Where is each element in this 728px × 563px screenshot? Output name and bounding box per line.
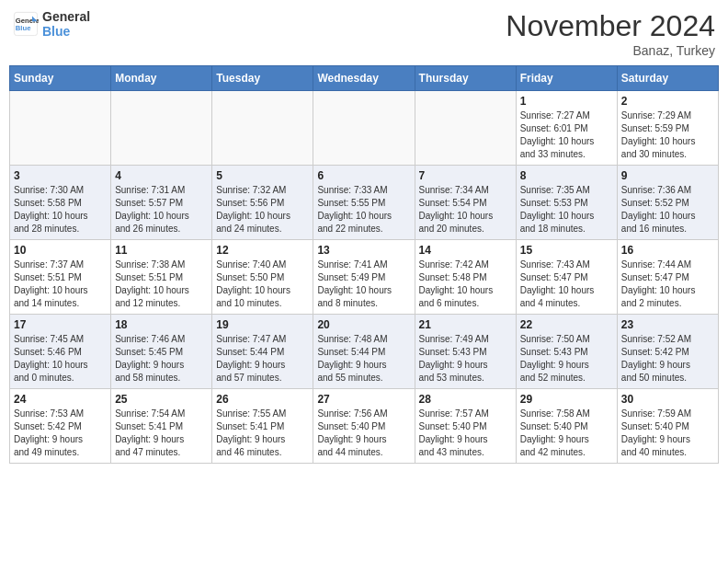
weekday-header: Saturday — [617, 66, 718, 91]
day-number: 10 — [14, 244, 107, 257]
calendar-cell: 30Sunrise: 7:59 AM Sunset: 5:40 PM Dayli… — [617, 389, 718, 464]
logo-line1: General — [42, 9, 90, 24]
day-info: Sunrise: 7:31 AM Sunset: 5:57 PM Dayligh… — [115, 184, 208, 236]
calendar-cell: 5Sunrise: 7:32 AM Sunset: 5:56 PM Daylig… — [212, 166, 313, 240]
day-info: Sunrise: 7:45 AM Sunset: 5:46 PM Dayligh… — [14, 333, 107, 385]
day-info: Sunrise: 7:29 AM Sunset: 5:59 PM Dayligh… — [621, 109, 714, 161]
day-number: 22 — [520, 318, 613, 331]
day-info: Sunrise: 7:47 AM Sunset: 5:44 PM Dayligh… — [216, 333, 309, 385]
calendar-cell: 9Sunrise: 7:36 AM Sunset: 5:52 PM Daylig… — [617, 166, 718, 240]
calendar-cell — [415, 91, 516, 166]
calendar-cell: 14Sunrise: 7:42 AM Sunset: 5:48 PM Dayli… — [415, 240, 516, 315]
calendar-cell: 15Sunrise: 7:43 AM Sunset: 5:47 PM Dayli… — [516, 240, 617, 315]
calendar-cell: 22Sunrise: 7:50 AM Sunset: 5:43 PM Dayli… — [516, 315, 617, 389]
calendar-cell: 29Sunrise: 7:58 AM Sunset: 5:40 PM Dayli… — [516, 389, 617, 464]
month-title: November 2024 — [506, 9, 715, 43]
calendar-cell: 28Sunrise: 7:57 AM Sunset: 5:40 PM Dayli… — [415, 389, 516, 464]
calendar-cell: 12Sunrise: 7:40 AM Sunset: 5:50 PM Dayli… — [212, 240, 313, 315]
day-number: 21 — [419, 318, 512, 331]
day-number: 12 — [216, 244, 309, 257]
day-number: 19 — [216, 318, 309, 331]
day-number: 23 — [621, 318, 714, 331]
day-number: 5 — [216, 169, 309, 182]
day-info: Sunrise: 7:58 AM Sunset: 5:40 PM Dayligh… — [520, 408, 613, 459]
day-number: 7 — [419, 169, 512, 182]
weekday-header-row: SundayMondayTuesdayWednesdayThursdayFrid… — [10, 66, 719, 91]
day-number: 14 — [419, 244, 512, 257]
calendar-cell: 19Sunrise: 7:47 AM Sunset: 5:44 PM Dayli… — [212, 315, 313, 389]
calendar-cell: 4Sunrise: 7:31 AM Sunset: 5:57 PM Daylig… — [111, 166, 212, 240]
logo: General Blue General Blue — [13, 9, 90, 39]
day-number: 29 — [520, 393, 613, 406]
calendar-cell: 8Sunrise: 7:35 AM Sunset: 5:53 PM Daylig… — [516, 166, 617, 240]
day-info: Sunrise: 7:32 AM Sunset: 5:56 PM Dayligh… — [216, 184, 309, 236]
calendar-cell: 27Sunrise: 7:56 AM Sunset: 5:40 PM Dayli… — [313, 389, 415, 464]
weekday-header: Wednesday — [313, 66, 415, 91]
calendar-week-row: 17Sunrise: 7:45 AM Sunset: 5:46 PM Dayli… — [10, 315, 719, 389]
day-number: 18 — [115, 318, 208, 331]
day-number: 28 — [419, 393, 512, 406]
day-number: 1 — [520, 95, 613, 108]
calendar-cell: 7Sunrise: 7:34 AM Sunset: 5:54 PM Daylig… — [415, 166, 516, 240]
day-info: Sunrise: 7:42 AM Sunset: 5:48 PM Dayligh… — [419, 259, 512, 310]
calendar-cell: 3Sunrise: 7:30 AM Sunset: 5:58 PM Daylig… — [10, 166, 111, 240]
day-number: 15 — [520, 244, 613, 257]
day-number: 6 — [317, 169, 410, 182]
day-number: 9 — [621, 169, 714, 182]
day-info: Sunrise: 7:38 AM Sunset: 5:51 PM Dayligh… — [115, 259, 208, 310]
day-info: Sunrise: 7:35 AM Sunset: 5:53 PM Dayligh… — [520, 184, 613, 236]
day-number: 2 — [621, 95, 714, 108]
day-info: Sunrise: 7:46 AM Sunset: 5:45 PM Dayligh… — [115, 333, 208, 385]
calendar-cell: 13Sunrise: 7:41 AM Sunset: 5:49 PM Dayli… — [313, 240, 415, 315]
calendar-cell — [10, 91, 111, 166]
calendar-cell — [212, 91, 313, 166]
calendar-cell: 24Sunrise: 7:53 AM Sunset: 5:42 PM Dayli… — [10, 389, 111, 464]
calendar-week-row: 24Sunrise: 7:53 AM Sunset: 5:42 PM Dayli… — [10, 389, 719, 464]
calendar-week-row: 3Sunrise: 7:30 AM Sunset: 5:58 PM Daylig… — [10, 166, 719, 240]
day-number: 13 — [317, 244, 410, 257]
day-info: Sunrise: 7:52 AM Sunset: 5:42 PM Dayligh… — [621, 333, 714, 385]
day-number: 25 — [115, 393, 208, 406]
logo-line2: Blue — [42, 24, 90, 39]
calendar-cell: 16Sunrise: 7:44 AM Sunset: 5:47 PM Dayli… — [617, 240, 718, 315]
calendar-cell: 11Sunrise: 7:38 AM Sunset: 5:51 PM Dayli… — [111, 240, 212, 315]
weekday-header: Tuesday — [212, 66, 313, 91]
calendar-cell: 10Sunrise: 7:37 AM Sunset: 5:51 PM Dayli… — [10, 240, 111, 315]
day-info: Sunrise: 7:57 AM Sunset: 5:40 PM Dayligh… — [419, 408, 512, 459]
day-info: Sunrise: 7:55 AM Sunset: 5:41 PM Dayligh… — [216, 408, 309, 459]
calendar-cell — [313, 91, 415, 166]
page-header: General Blue General Blue November 2024 … — [9, 9, 719, 58]
day-info: Sunrise: 7:27 AM Sunset: 6:01 PM Dayligh… — [520, 109, 613, 161]
day-info: Sunrise: 7:40 AM Sunset: 5:50 PM Dayligh… — [216, 259, 309, 310]
day-info: Sunrise: 7:48 AM Sunset: 5:44 PM Dayligh… — [317, 333, 410, 385]
calendar-cell: 2Sunrise: 7:29 AM Sunset: 5:59 PM Daylig… — [617, 91, 718, 166]
weekday-header: Monday — [111, 66, 212, 91]
day-info: Sunrise: 7:56 AM Sunset: 5:40 PM Dayligh… — [317, 408, 410, 459]
title-block: November 2024 Banaz, Turkey — [506, 9, 715, 58]
day-info: Sunrise: 7:41 AM Sunset: 5:49 PM Dayligh… — [317, 259, 410, 310]
calendar-cell: 26Sunrise: 7:55 AM Sunset: 5:41 PM Dayli… — [212, 389, 313, 464]
day-info: Sunrise: 7:30 AM Sunset: 5:58 PM Dayligh… — [14, 184, 107, 236]
calendar-cell: 23Sunrise: 7:52 AM Sunset: 5:42 PM Dayli… — [617, 315, 718, 389]
calendar-cell: 17Sunrise: 7:45 AM Sunset: 5:46 PM Dayli… — [10, 315, 111, 389]
day-info: Sunrise: 7:37 AM Sunset: 5:51 PM Dayligh… — [14, 259, 107, 310]
calendar-cell: 20Sunrise: 7:48 AM Sunset: 5:44 PM Dayli… — [313, 315, 415, 389]
day-number: 8 — [520, 169, 613, 182]
day-info: Sunrise: 7:53 AM Sunset: 5:42 PM Dayligh… — [14, 408, 107, 459]
weekday-header: Thursday — [415, 66, 516, 91]
day-number: 27 — [317, 393, 410, 406]
day-number: 16 — [621, 244, 714, 257]
day-number: 20 — [317, 318, 410, 331]
day-number: 3 — [14, 169, 107, 182]
day-number: 4 — [115, 169, 208, 182]
calendar-table: SundayMondayTuesdayWednesdayThursdayFrid… — [9, 65, 719, 464]
calendar-cell: 18Sunrise: 7:46 AM Sunset: 5:45 PM Dayli… — [111, 315, 212, 389]
day-info: Sunrise: 7:50 AM Sunset: 5:43 PM Dayligh… — [520, 333, 613, 385]
weekday-header: Friday — [516, 66, 617, 91]
calendar-week-row: 1Sunrise: 7:27 AM Sunset: 6:01 PM Daylig… — [10, 91, 719, 166]
calendar-cell: 21Sunrise: 7:49 AM Sunset: 5:43 PM Dayli… — [415, 315, 516, 389]
day-number: 26 — [216, 393, 309, 406]
weekday-header: Sunday — [10, 66, 111, 91]
day-info: Sunrise: 7:44 AM Sunset: 5:47 PM Dayligh… — [621, 259, 714, 310]
day-info: Sunrise: 7:43 AM Sunset: 5:47 PM Dayligh… — [520, 259, 613, 310]
